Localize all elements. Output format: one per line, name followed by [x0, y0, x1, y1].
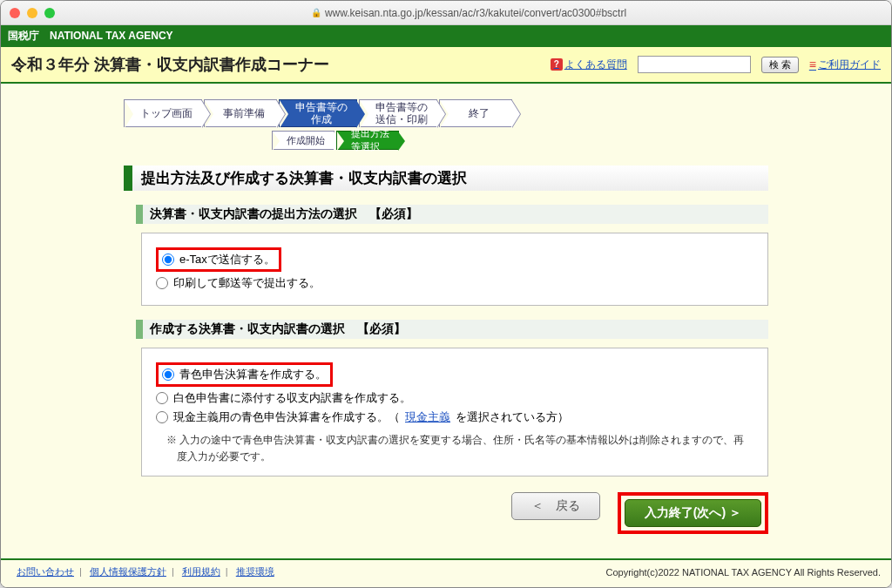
copyright: Copyright(c)2022 NATIONAL TAX AGENCY All…: [606, 567, 881, 578]
footer-env[interactable]: 推奨環境: [236, 566, 274, 577]
highlight-etax: e-Taxで送信する。: [156, 247, 281, 272]
faq-link[interactable]: ?よくある質問: [551, 57, 627, 72]
radio-print[interactable]: [156, 277, 168, 289]
sub-steps: 作成開始 提出方法 等選択: [272, 131, 768, 150]
section1-box: e-Taxで送信する。 印刷して郵送等で提出する。: [141, 233, 768, 306]
window-close-icon[interactable]: [10, 8, 20, 18]
radio-cash[interactable]: [156, 411, 168, 423]
step-top: トップ画面: [124, 99, 202, 127]
step-prep: 事前準備: [204, 99, 277, 127]
link-cash-basis[interactable]: 現金主義: [405, 409, 450, 425]
footer-contact[interactable]: お問い合わせ: [17, 566, 74, 577]
footer-privacy[interactable]: 個人情報保護方針: [90, 566, 166, 577]
button-row: ＜ 戻る 入力終了(次へ) ＞: [124, 492, 768, 534]
search-button[interactable]: 検 索: [761, 57, 799, 73]
radio-etax[interactable]: [162, 253, 174, 266]
section2-note: ※ 入力の途中で青色申告決算書・収支内訳書の選択を変更する場合、住所・氏名等の基…: [166, 432, 750, 465]
section1-heading: 決算書・収支内訳書の提出方法の選択 【必須】: [136, 205, 768, 224]
label-etax: e-Taxで送信する。: [179, 252, 275, 267]
footer: お問い合わせ| 個人情報保護方針| 利用規約| 推奨環境 Copyright(c…: [1, 558, 891, 584]
highlight-blue: 青色申告決算書を作成する。: [156, 362, 333, 387]
label-blue: 青色申告決算書を作成する。: [179, 367, 327, 382]
label-cash-b: を選択されている方）: [456, 409, 569, 425]
label-cash-a: 現金主義用の青色申告決算書を作成する。（: [173, 409, 400, 425]
progress-steps: トップ画面 事前準備 申告書等の 作成 申告書等の 送信・印刷 終了: [124, 99, 768, 127]
page-title: 令和３年分 決算書・収支内訳書作成コーナー: [11, 54, 540, 75]
question-icon: ?: [551, 58, 563, 71]
main-heading: 提出方法及び作成する決算書・収支内訳書の選択: [124, 166, 768, 191]
browser-url: 🔒 www.keisan.nta.go.jp/kessan/ac/r3/kaku…: [55, 7, 882, 19]
window-minimize-icon[interactable]: [27, 8, 37, 18]
substep-method: 提出方法 等選択: [336, 131, 399, 150]
next-button[interactable]: 入力終了(次へ) ＞: [625, 499, 761, 527]
label-white: 白色申告書に添付する収支内訳書を作成する。: [173, 390, 411, 406]
agency-bar: 国税庁 NATIONAL TAX AGENCY: [1, 25, 891, 47]
browser-titlebar: 🔒 www.keisan.nta.go.jp/kessan/ac/r3/kaku…: [1, 1, 891, 25]
section2-heading: 作成する決算書・収支内訳書の選択 【必須】: [136, 320, 768, 339]
search-input[interactable]: [638, 56, 751, 73]
radio-blue[interactable]: [162, 368, 174, 381]
guide-link[interactable]: ≡ご利用ガイド: [809, 57, 881, 72]
back-button[interactable]: ＜ 戻る: [511, 492, 600, 520]
book-icon: ≡: [809, 57, 816, 71]
window-zoom-icon[interactable]: [44, 8, 55, 18]
lock-icon: 🔒: [311, 8, 321, 17]
radio-white[interactable]: [156, 392, 168, 404]
section2-box: 青色申告決算書を作成する。 白色申告書に添付する収支内訳書を作成する。 現金主義…: [141, 348, 768, 476]
step-end: 終了: [439, 99, 512, 127]
footer-terms[interactable]: 利用規約: [182, 566, 220, 577]
substep-start: 作成開始: [272, 131, 334, 150]
highlight-next: 入力終了(次へ) ＞: [618, 492, 768, 534]
header-row: 令和３年分 決算書・収支内訳書作成コーナー ?よくある質問 検 索 ≡ご利用ガイ…: [1, 47, 891, 84]
step-create: 申告書等の 作成: [279, 99, 357, 127]
label-print: 印刷して郵送等で提出する。: [173, 275, 321, 291]
step-send: 申告書等の 送信・印刷: [359, 99, 437, 127]
